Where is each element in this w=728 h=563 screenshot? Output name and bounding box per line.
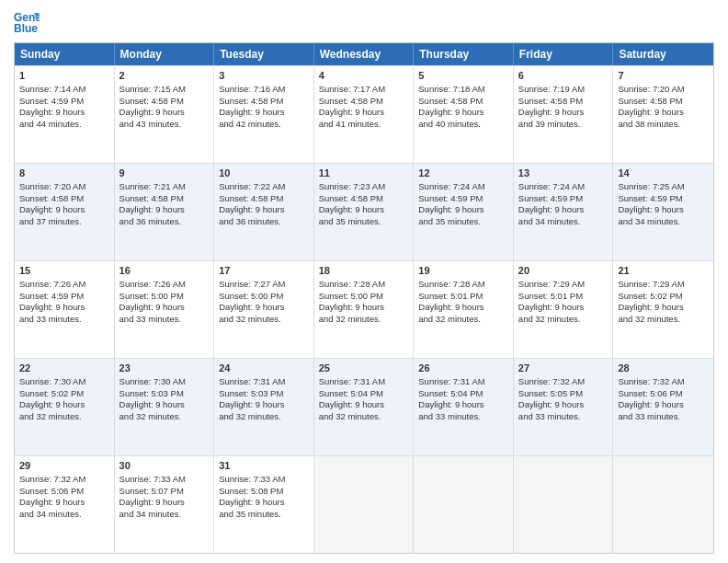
day-info-line: and 32 minutes. [618, 314, 709, 326]
day-info-line: Sunrise: 7:31 AM [319, 376, 409, 388]
day-number: 5 [418, 69, 508, 83]
header-cell-saturday: Saturday [613, 43, 713, 65]
day-info-line: Daylight: 9 hours [418, 204, 508, 216]
day-info-line: Sunrise: 7:33 AM [119, 474, 210, 486]
day-info-line: Sunset: 4:59 PM [618, 193, 709, 205]
cal-cell-day-24: 24Sunrise: 7:31 AMSunset: 5:03 PMDayligh… [214, 359, 314, 455]
day-info-line: Sunrise: 7:26 AM [19, 279, 109, 291]
day-info-line: Daylight: 9 hours [418, 399, 508, 411]
cal-cell-day-10: 10Sunrise: 7:22 AMSunset: 4:58 PMDayligh… [214, 164, 314, 260]
day-number: 17 [219, 264, 309, 278]
cal-cell-day-31: 31Sunrise: 7:33 AMSunset: 5:08 PMDayligh… [214, 456, 314, 553]
day-info-line: Daylight: 9 hours [618, 399, 709, 411]
day-info-line: Sunset: 5:02 PM [618, 291, 709, 303]
day-info-line: Sunrise: 7:16 AM [219, 84, 309, 96]
cal-cell-day-5: 5Sunrise: 7:18 AMSunset: 4:58 PMDaylight… [414, 66, 514, 163]
day-info-line: and 33 minutes. [618, 411, 709, 423]
day-info-line: Sunrise: 7:30 AM [119, 376, 210, 388]
day-info-line: Sunset: 5:08 PM [219, 486, 309, 498]
day-info-line: Sunset: 5:01 PM [518, 291, 609, 303]
cal-cell-day-2: 2Sunrise: 7:15 AMSunset: 4:58 PMDaylight… [115, 66, 215, 163]
day-info-line: Sunset: 5:00 PM [319, 291, 409, 303]
cal-cell-day-8: 8Sunrise: 7:20 AMSunset: 4:58 PMDaylight… [15, 164, 115, 260]
day-info-line: and 37 minutes. [19, 216, 109, 228]
day-info-line: Daylight: 9 hours [418, 302, 508, 314]
day-info-line: Sunset: 4:58 PM [219, 193, 309, 205]
day-info-line: Sunset: 5:03 PM [119, 388, 210, 400]
cal-cell-day-6: 6Sunrise: 7:19 AMSunset: 4:58 PMDaylight… [514, 66, 614, 163]
header-cell-tuesday: Tuesday [214, 43, 314, 65]
day-info-line: and 33 minutes. [518, 411, 609, 423]
day-info-line: Sunrise: 7:14 AM [19, 84, 109, 96]
cal-cell-empty [613, 456, 713, 553]
header-cell-wednesday: Wednesday [314, 43, 415, 65]
cal-cell-day-27: 27Sunrise: 7:32 AMSunset: 5:05 PMDayligh… [514, 359, 614, 455]
cal-row-5: 29Sunrise: 7:32 AMSunset: 5:06 PMDayligh… [15, 455, 713, 553]
cal-cell-day-7: 7Sunrise: 7:20 AMSunset: 4:58 PMDaylight… [613, 66, 713, 163]
day-info-line: Daylight: 9 hours [19, 399, 109, 411]
day-number: 19 [418, 264, 508, 278]
day-info-line: Daylight: 9 hours [19, 302, 109, 314]
day-number: 8 [19, 167, 109, 180]
cal-cell-day-30: 30Sunrise: 7:33 AMSunset: 5:07 PMDayligh… [115, 456, 215, 553]
day-info-line: Sunrise: 7:15 AM [119, 84, 210, 96]
day-number: 12 [418, 167, 508, 180]
cal-cell-empty [514, 456, 614, 553]
day-info-line: Sunset: 4:58 PM [119, 96, 210, 108]
day-info-line: Sunrise: 7:17 AM [319, 84, 409, 96]
day-info-line: Sunrise: 7:18 AM [418, 84, 508, 96]
day-info-line: and 32 minutes. [319, 411, 409, 423]
day-info-line: Daylight: 9 hours [319, 302, 409, 314]
day-info-line: and 32 minutes. [518, 314, 609, 326]
day-number: 20 [518, 264, 609, 278]
day-info-line: Sunset: 4:58 PM [319, 96, 409, 108]
day-info-line: and 42 minutes. [219, 119, 309, 131]
cal-cell-day-3: 3Sunrise: 7:16 AMSunset: 4:58 PMDaylight… [214, 66, 314, 163]
svg-text:Blue: Blue [14, 22, 38, 35]
day-info-line: Daylight: 9 hours [319, 107, 409, 119]
day-info-line: Sunrise: 7:32 AM [518, 376, 609, 388]
day-info-line: Sunrise: 7:24 AM [518, 181, 609, 193]
day-number: 3 [219, 69, 309, 83]
calendar: SundayMondayTuesdayWednesdayThursdayFrid… [14, 42, 714, 554]
day-info-line: and 34 minutes. [119, 509, 210, 521]
day-number: 7 [618, 69, 709, 83]
cal-cell-day-25: 25Sunrise: 7:31 AMSunset: 5:04 PMDayligh… [314, 359, 415, 455]
day-info-line: Daylight: 9 hours [618, 302, 709, 314]
day-info-line: Sunrise: 7:20 AM [19, 181, 109, 193]
day-info-line: Sunset: 4:59 PM [418, 193, 508, 205]
day-info-line: Sunset: 4:58 PM [418, 96, 508, 108]
day-info-line: and 32 minutes. [418, 314, 508, 326]
day-info-line: and 36 minutes. [119, 216, 210, 228]
logo-icon: General Blue [14, 9, 40, 35]
day-number: 14 [618, 167, 709, 180]
day-number: 15 [19, 264, 109, 278]
day-info-line: Daylight: 9 hours [319, 204, 409, 216]
cal-cell-day-28: 28Sunrise: 7:32 AMSunset: 5:06 PMDayligh… [613, 359, 713, 455]
day-info-line: Sunrise: 7:19 AM [518, 84, 609, 96]
day-info-line: Daylight: 9 hours [518, 204, 609, 216]
cal-cell-day-21: 21Sunrise: 7:29 AMSunset: 5:02 PMDayligh… [613, 261, 713, 358]
day-info-line: Daylight: 9 hours [618, 107, 709, 119]
page: General Blue SundayMondayTuesdayWednesda… [0, 0, 728, 563]
day-info-line: Sunset: 4:58 PM [319, 193, 409, 205]
cal-cell-day-20: 20Sunrise: 7:29 AMSunset: 5:01 PMDayligh… [514, 261, 614, 358]
day-info-line: Sunrise: 7:31 AM [418, 376, 508, 388]
day-info-line: and 34 minutes. [618, 216, 709, 228]
header-cell-thursday: Thursday [414, 43, 514, 65]
day-info-line: Sunset: 5:05 PM [518, 388, 609, 400]
day-info-line: and 32 minutes. [19, 411, 109, 423]
day-info-line: and 44 minutes. [19, 119, 109, 131]
day-info-line: Sunrise: 7:29 AM [618, 279, 709, 291]
cal-cell-day-11: 11Sunrise: 7:23 AMSunset: 4:58 PMDayligh… [314, 164, 415, 260]
day-number: 13 [518, 167, 609, 180]
day-info-line: Daylight: 9 hours [19, 497, 109, 509]
header: General Blue [14, 9, 714, 35]
day-number: 9 [119, 167, 210, 180]
day-info-line: Sunrise: 7:28 AM [319, 279, 409, 291]
day-number: 28 [618, 362, 709, 375]
logo: General Blue [14, 9, 43, 35]
cal-cell-day-14: 14Sunrise: 7:25 AMSunset: 4:59 PMDayligh… [613, 164, 713, 260]
day-info-line: Sunrise: 7:22 AM [219, 181, 309, 193]
cal-cell-day-26: 26Sunrise: 7:31 AMSunset: 5:04 PMDayligh… [414, 359, 514, 455]
